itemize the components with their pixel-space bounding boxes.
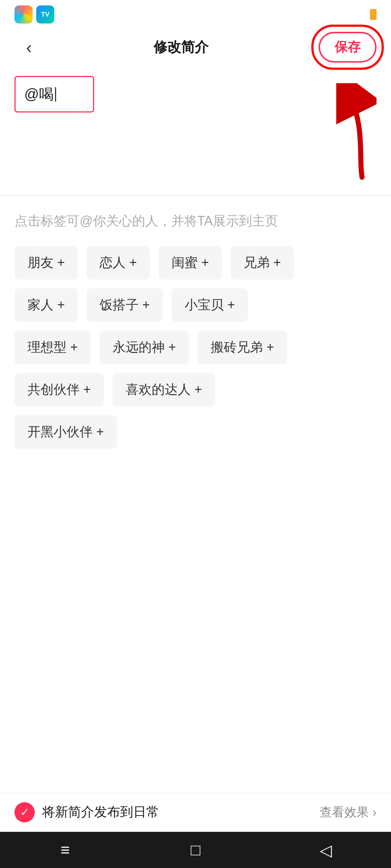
hint-text: 点击标签可@你关心的人，并将TA展示到主页: [0, 200, 391, 239]
save-button[interactable]: 保存: [319, 32, 377, 63]
text-cursor: [55, 87, 56, 102]
tag-xiaobaobei[interactable]: 小宝贝 +: [172, 288, 248, 322]
tag-yongyuandeshen[interactable]: 永远的神 +: [100, 331, 189, 364]
tags-row-2: 家人 + 饭搭子 + 小宝贝 +: [14, 288, 377, 322]
color-app-icon: [14, 5, 33, 24]
tags-row-3: 理想型 + 永远的神 + 搬砖兄弟 +: [14, 331, 377, 364]
tags-row-5: 开黑小伙伴 +: [14, 415, 377, 449]
tag-pengyou[interactable]: 朋友 +: [14, 246, 78, 280]
tag-gongchuang[interactable]: 共创伙伴 +: [14, 373, 104, 407]
publish-bar: ✓ 将新简介发布到日常 查看效果 ›: [0, 792, 391, 832]
page-title: 修改简介: [43, 38, 319, 56]
publish-check-icon: ✓: [14, 802, 35, 822]
tag-guimi[interactable]: 闺蜜 +: [159, 246, 222, 280]
tag-kaihei[interactable]: 开黑小伙伴 +: [14, 415, 117, 449]
tag-xiongdi[interactable]: 兄弟 +: [231, 246, 294, 280]
tag-xihuan[interactable]: 喜欢的达人 +: [113, 373, 215, 407]
status-bar: TV: [0, 0, 391, 29]
battery-icon: [370, 9, 377, 20]
tag-banzhuanxiongdi[interactable]: 搬砖兄弟 +: [198, 331, 287, 364]
bottom-nav: ≡ □ ◁: [0, 832, 391, 868]
tags-section: 朋友 + 恋人 + 闺蜜 + 兄弟 + 家人 + 饭搭子 + 小宝贝 + 理想型…: [0, 239, 391, 465]
nav-bar: ‹ 修改简介 保存: [0, 29, 391, 65]
tags-row-4: 共创伙伴 + 喜欢的达人 +: [14, 373, 377, 407]
section-divider: [0, 195, 391, 196]
tag-lianren[interactable]: 恋人 +: [87, 246, 150, 280]
publish-left-content: ✓ 将新简介发布到日常: [14, 802, 159, 822]
view-effect-text: 查看效果 ›: [320, 804, 377, 821]
menu-icon[interactable]: ≡: [51, 835, 80, 864]
tv-app-icon: TV: [36, 5, 54, 24]
tags-row-1: 朋友 + 恋人 + 闺蜜 + 兄弟 +: [14, 246, 377, 280]
bio-input-field[interactable]: @喝: [14, 76, 94, 112]
input-text: @喝: [24, 84, 54, 104]
home-icon[interactable]: □: [181, 835, 210, 864]
tag-fandazi[interactable]: 饭搭子 +: [87, 288, 163, 322]
save-button-wrapper: 保存: [319, 32, 377, 63]
view-effect-button[interactable]: 查看效果 ›: [320, 804, 377, 821]
input-area[interactable]: @喝: [0, 65, 391, 192]
status-bar-left-icons: TV: [14, 5, 54, 24]
tag-jiaren[interactable]: 家人 +: [14, 288, 78, 322]
tag-lixiangxing[interactable]: 理想型 +: [14, 331, 91, 364]
back-nav-icon[interactable]: ◁: [311, 835, 340, 864]
back-button[interactable]: ‹: [14, 37, 43, 57]
publish-text: 将新简介发布到日常: [42, 803, 159, 821]
